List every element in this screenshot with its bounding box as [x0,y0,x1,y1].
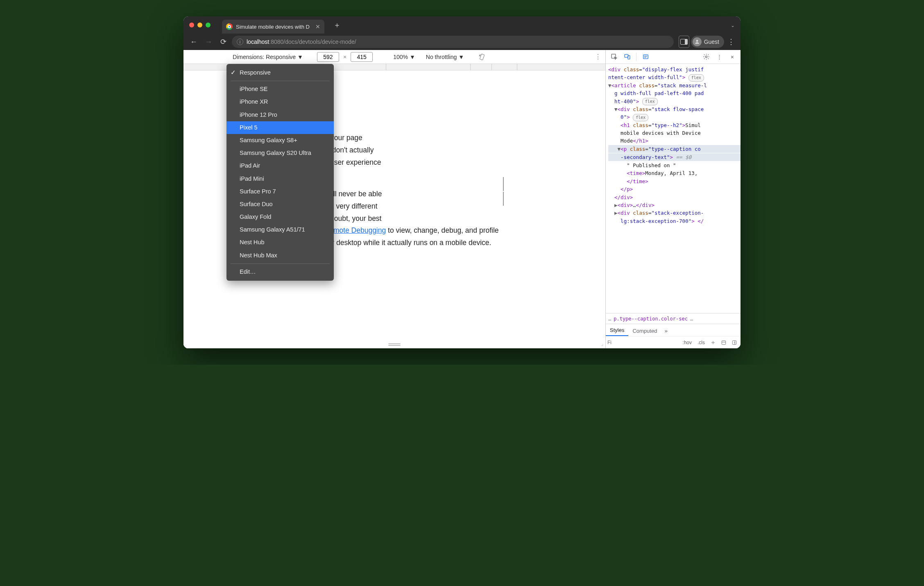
corner-resize-handle[interactable]: ⌟ [601,340,604,347]
device-toolbar: Dimensions: Responsive ▼ × 100% ▼ No thr… [183,50,605,64]
dimensions-label: Dimensions: Responsive [233,54,296,60]
throttling-dropdown[interactable]: No throttling ▼ [426,54,464,60]
device-option-iphone-xr[interactable]: iPhone XR [226,95,334,108]
device-dropdown-menu: Responsive iPhone SE iPhone XR iPhone 12… [226,64,334,281]
device-option-galaxy-a51-71[interactable]: Samsung Galaxy A51/71 [226,223,334,236]
browser-menu-button[interactable]: ⋮ [726,36,736,48]
styles-filter-input[interactable] [607,340,617,345]
device-option-ipad-mini[interactable]: iPad Mini [226,173,334,185]
elements-tab-icon[interactable] [640,52,651,62]
dom-tree[interactable]: <div class="display-flex justif ntent-ce… [606,64,741,313]
height-input[interactable] [351,52,373,62]
device-toggle-button[interactable] [621,52,633,62]
close-tab-button[interactable]: ✕ [315,23,320,30]
menu-separator [231,263,330,264]
content-row: Dimensions: Responsive ▼ × 100% ▼ No thr… [183,50,741,348]
chrome-icon [226,23,233,30]
device-option-edit[interactable]: Edit… [226,266,334,278]
guest-label: Guest [704,39,719,45]
dom-breadcrumb[interactable]: … p.type--caption.color-sec … [606,313,741,324]
styles-toolbar: :hov .cls [606,336,741,348]
browser-window: Simulate mobile devices with D ✕ ＋ ⌄ ← →… [183,16,741,348]
site-info-icon[interactable]: i [237,39,243,45]
close-window-button[interactable] [189,23,194,27]
device-option-surface-pro-7[interactable]: Surface Pro 7 [226,185,334,198]
svg-rect-5 [643,55,648,59]
dimension-separator: × [343,54,346,60]
throttling-label: No throttling [426,54,457,60]
chevron-down-icon: ▼ [458,54,464,60]
avatar-icon [693,37,702,46]
tabs-menu-button[interactable]: ⌄ [731,21,735,29]
tab-title: Simulate mobile devices with D [236,24,310,30]
tab-computed[interactable]: Computed [628,326,661,336]
breadcrumb-more[interactable]: … [690,316,693,322]
url-field[interactable]: i localhost:8080/docs/devtools/device-mo… [232,36,674,48]
back-button[interactable]: ← [188,36,200,48]
menu-separator [231,81,330,81]
svg-rect-7 [644,57,646,57]
svg-point-0 [696,40,698,42]
device-option-nest-hub-max[interactable]: Nest Hub Max [226,249,334,262]
reload-button[interactable]: ⟳ [217,36,229,48]
device-option-nest-hub[interactable]: Nest Hub [226,236,334,249]
breadcrumb-more[interactable]: … [608,316,611,322]
chevron-down-icon: ▼ [410,54,415,60]
device-option-iphone-12-pro[interactable]: iPhone 12 Pro [226,109,334,121]
minimize-window-button[interactable] [197,23,202,27]
chevron-down-icon: ▼ [297,54,303,60]
device-option-galaxy-fold[interactable]: Galaxy Fold [226,211,334,223]
device-panel: Dimensions: Responsive ▼ × 100% ▼ No thr… [183,50,605,348]
styles-tabs: Styles Computed » [606,324,741,336]
device-toolbar-menu[interactable]: ⋮ [595,53,601,61]
svg-point-8 [705,56,707,57]
devtools-menu-button[interactable]: ⋮ [713,52,725,62]
profile-button[interactable]: Guest [691,36,724,48]
new-tab-button[interactable]: ＋ [333,20,341,30]
horizontal-resize-handle[interactable] [388,343,401,346]
dimensions-dropdown[interactable]: Dimensions: Responsive ▼ [233,54,303,60]
svg-rect-6 [644,56,647,56]
device-option-iphone-se[interactable]: iPhone SE [226,83,334,95]
svg-rect-9 [722,341,725,344]
rotate-button[interactable] [478,53,486,61]
url-text: localhost:8080/docs/devtools/device-mode… [247,39,356,45]
device-option-galaxy-s8[interactable]: Samsung Galaxy S8+ [226,134,334,147]
side-panel-toggle[interactable] [679,36,689,48]
maximize-window-button[interactable] [206,23,211,27]
svg-rect-2 [611,54,616,58]
vertical-resize-handle[interactable] [502,177,505,206]
device-option-pixel-5[interactable]: Pixel 5 [226,121,334,134]
traffic-lights [189,23,211,27]
computed-sidebar-toggle[interactable] [719,340,728,345]
zoom-label: 100% [393,54,408,60]
device-option-responsive[interactable]: Responsive [226,66,334,79]
cls-toggle[interactable]: .cls [695,339,707,346]
titlebar: Simulate mobile devices with D ✕ ＋ ⌄ [183,16,741,34]
forward-button[interactable]: → [202,36,215,48]
breadcrumb-selected[interactable]: p.type--caption.color-sec [614,316,688,322]
devtools-toolbar: ⋮ ✕ [606,50,741,64]
inspect-element-button[interactable] [608,52,620,62]
new-style-rule-button[interactable] [709,340,718,345]
tabs-overflow[interactable]: » [661,326,670,336]
device-option-galaxy-s20-ultra[interactable]: Samsung Galaxy S20 Ultra [226,147,334,159]
device-option-surface-duo[interactable]: Surface Duo [226,198,334,211]
address-bar: ← → ⟳ i localhost:8080/docs/devtools/dev… [183,34,741,50]
browser-tab[interactable]: Simulate mobile devices with D ✕ [222,20,324,34]
zoom-dropdown[interactable]: 100% ▼ [393,54,415,60]
device-option-ipad-air[interactable]: iPad Air [226,159,334,172]
tab-styles[interactable]: Styles [606,325,628,336]
settings-button[interactable] [700,52,712,62]
hov-toggle[interactable]: :hov [680,339,694,346]
rendering-panel-toggle[interactable] [730,340,739,345]
devtools-panel: ⋮ ✕ <div class="display-flex justif nten… [605,50,741,348]
devtools-close-button[interactable]: ✕ [727,52,738,62]
width-input[interactable] [317,52,339,62]
